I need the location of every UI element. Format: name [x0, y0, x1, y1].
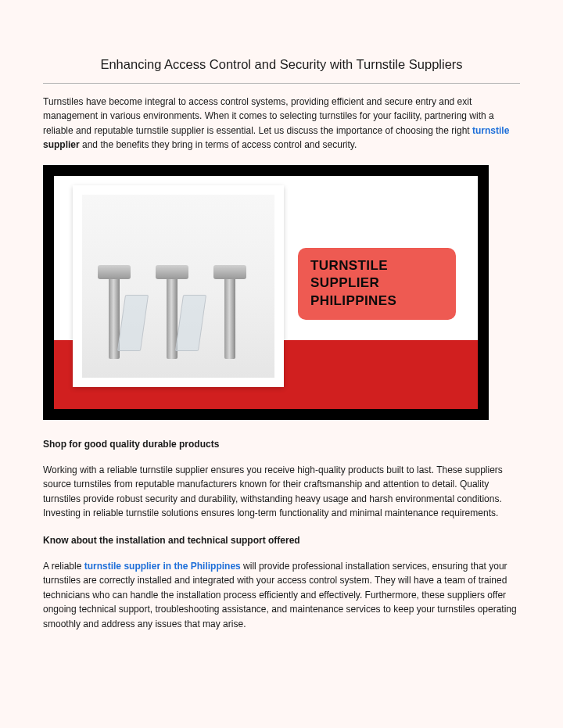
turnstile-gate-icon	[98, 265, 131, 359]
banner-badge: TURNSTILE SUPPLIER PHILIPPINES	[298, 248, 456, 320]
supplier-ph-link[interactable]: turnstile supplier in the Philippines	[84, 561, 241, 572]
turnstile-gate-icon	[156, 265, 188, 359]
banner-inner: TURNSTILE SUPPLIER PHILIPPINES	[54, 176, 478, 409]
section2-body: A reliable turnstile supplier in the Phi…	[43, 559, 520, 632]
turnstile-photo-frame	[73, 185, 284, 387]
intro-paragraph: Turnstiles have become integral to acces…	[43, 95, 520, 152]
turnstile-gate-icon	[213, 265, 246, 359]
page-title: Enhancing Access Control and Security wi…	[43, 55, 520, 75]
banner-badge-text: TURNSTILE SUPPLIER PHILIPPINES	[310, 257, 443, 311]
section1-body: Working with a reliable turnstile suppli…	[43, 463, 520, 521]
section2-pre: A reliable	[43, 561, 84, 572]
turnstile-link[interactable]: turnstile	[472, 125, 509, 136]
badge-line-1: TURNSTILE SUPPLIER	[310, 257, 443, 293]
intro-text-pre: Turnstiles have become integral to acces…	[43, 96, 494, 136]
intro-text-post: and the benefits they bring in terms of …	[80, 139, 357, 150]
turnstile-photo	[82, 195, 274, 378]
section1-heading: Shop for good quality durable products	[43, 437, 520, 452]
section2-heading: Know about the installation and technica…	[43, 533, 520, 548]
title-divider	[43, 83, 520, 84]
intro-text-mid: supplier	[43, 139, 80, 150]
badge-line-2: PHILIPPINES	[310, 292, 443, 310]
banner-frame: TURNSTILE SUPPLIER PHILIPPINES	[43, 165, 489, 420]
